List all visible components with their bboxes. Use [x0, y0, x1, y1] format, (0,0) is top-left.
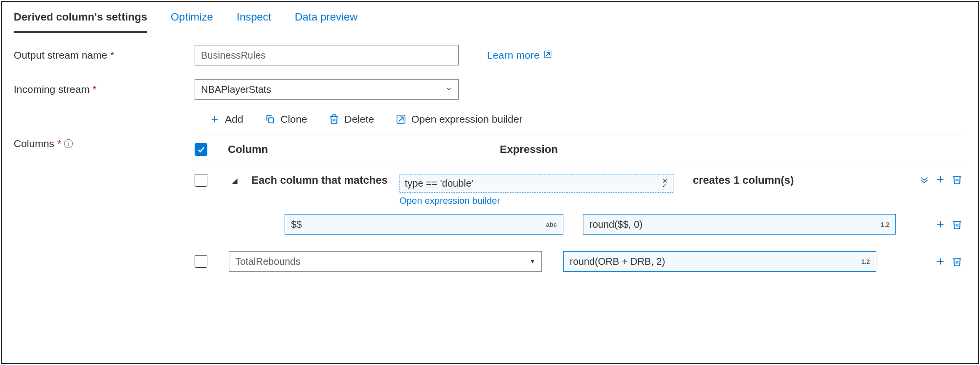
row-checkbox[interactable] — [195, 255, 207, 268]
plus-icon — [209, 114, 220, 125]
external-link-icon — [543, 49, 552, 61]
tab-preview[interactable]: Data preview — [295, 2, 357, 33]
caret-down-icon: ▼ — [530, 258, 535, 265]
delete-row-button[interactable] — [952, 219, 962, 230]
columns-table: Column Expression ◢ Each column that mat… — [195, 134, 966, 276]
row-checkbox[interactable] — [195, 174, 207, 187]
info-icon[interactable]: i — [64, 139, 73, 148]
clone-button[interactable]: Clone — [265, 113, 307, 125]
column-row: TotalRebounds ▼ round(ORB + DRB, 2) 1.2 — [195, 238, 966, 276]
tab-bar: Derived column's settings Optimize Inspe… — [2, 2, 978, 33]
tab-settings[interactable]: Derived column's settings — [14, 2, 147, 33]
pattern-condition-input[interactable]: type == 'double' ✕✓ — [400, 174, 673, 193]
pattern-row: ◢ Each column that matches type == 'doub… — [195, 165, 966, 210]
pattern-prefix-label: Each column that matches — [251, 174, 388, 187]
double-chevron-icon[interactable] — [919, 174, 929, 184]
columns-label: Columns * i — [14, 134, 195, 150]
output-stream-label: Output stream name * — [14, 49, 195, 61]
pattern-column-input[interactable]: $$ abc — [285, 214, 563, 235]
expression-input[interactable]: round(ORB + DRB, 2) 1.2 — [563, 251, 876, 272]
collapse-toggle-icon[interactable]: ◢ — [232, 176, 238, 185]
type-badge-number: 1.2 — [861, 258, 870, 265]
copy-icon — [265, 114, 275, 125]
delete-row-button[interactable] — [952, 174, 962, 185]
required-asterisk: * — [57, 138, 61, 150]
external-link-icon — [396, 114, 406, 125]
incoming-stream-label: Incoming stream * — [14, 84, 195, 95]
expression-header: Expression — [500, 143, 558, 156]
trash-icon — [329, 114, 339, 125]
required-asterisk: * — [92, 84, 96, 95]
add-button[interactable]: Add — [209, 113, 243, 125]
output-stream-input[interactable] — [195, 45, 459, 65]
delete-button[interactable]: Delete — [329, 113, 374, 125]
tab-optimize[interactable]: Optimize — [171, 2, 213, 33]
column-name-select[interactable]: TotalRebounds ▼ — [229, 251, 542, 272]
chevron-down-icon — [445, 86, 452, 94]
type-badge-abc: abc — [546, 221, 557, 228]
required-asterisk: * — [110, 49, 114, 61]
learn-more-link[interactable]: Learn more — [487, 49, 552, 61]
select-all-checkbox[interactable] — [195, 143, 207, 156]
tab-inspect[interactable]: Inspect — [237, 2, 271, 33]
pattern-expression-input[interactable]: round($$, 0) 1.2 — [583, 214, 896, 235]
add-row-button[interactable] — [935, 256, 946, 267]
pattern-subrow: $$ abc round($$, 0) 1.2 — [285, 210, 966, 238]
type-badge-number: 1.2 — [881, 221, 890, 228]
columns-toolbar: Add Clone Delete Open expression builder — [209, 113, 966, 125]
add-row-button[interactable] — [935, 219, 946, 230]
pattern-suffix-label: creates 1 column(s) — [693, 174, 794, 187]
svg-rect-3 — [269, 118, 274, 123]
delete-row-button[interactable] — [952, 256, 962, 267]
incoming-stream-select[interactable]: NBAPlayerStats — [195, 79, 459, 100]
add-row-button[interactable] — [935, 174, 946, 185]
column-header: Column — [228, 143, 472, 156]
expression-edit-icon: ✕✓ — [662, 178, 668, 188]
open-expression-builder-link[interactable]: Open expression builder — [400, 193, 673, 206]
open-expression-builder-button[interactable]: Open expression builder — [396, 113, 523, 125]
